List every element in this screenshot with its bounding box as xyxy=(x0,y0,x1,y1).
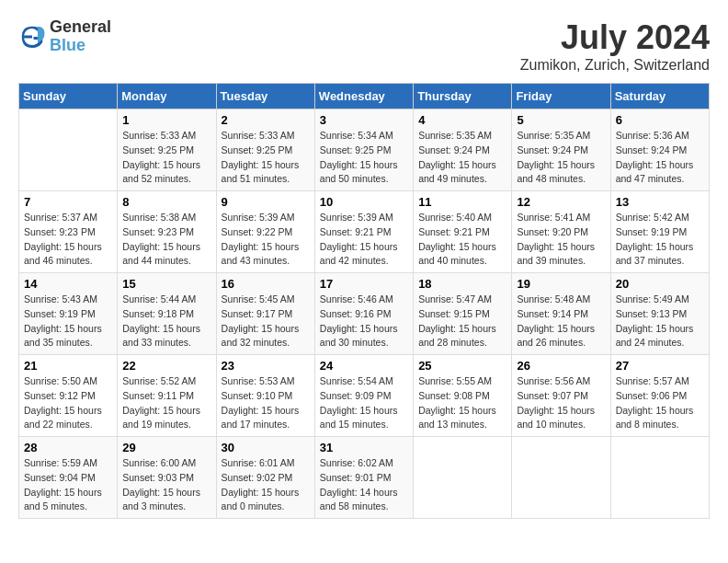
day-info: Sunrise: 5:43 AMSunset: 9:19 PMDaylight:… xyxy=(24,293,102,348)
day-number: 6 xyxy=(616,113,704,127)
calendar-cell xyxy=(610,437,709,519)
logo: General Blue xyxy=(18,18,111,55)
calendar-cell: 16 Sunrise: 5:45 AMSunset: 9:17 PMDaylig… xyxy=(216,273,314,355)
calendar-cell: 30 Sunrise: 6:01 AMSunset: 9:02 PMDaylig… xyxy=(216,437,314,519)
day-info: Sunrise: 5:53 AMSunset: 9:10 PMDaylight:… xyxy=(222,375,300,430)
day-info: Sunrise: 5:59 AMSunset: 9:04 PMDaylight:… xyxy=(24,457,102,511)
day-number: 16 xyxy=(222,277,310,291)
day-number: 12 xyxy=(517,195,605,209)
calendar-cell: 28 Sunrise: 5:59 AMSunset: 9:04 PMDaylig… xyxy=(19,437,118,519)
day-info: Sunrise: 5:35 AMSunset: 9:24 PMDaylight:… xyxy=(418,130,496,184)
logo-text: General Blue xyxy=(50,18,111,55)
day-number: 4 xyxy=(418,113,506,127)
weekday-header: Monday xyxy=(118,84,216,109)
calendar-cell: 1 Sunrise: 5:33 AMSunset: 9:25 PMDayligh… xyxy=(118,109,216,191)
title-block: July 2024 Zumikon, Zurich, Switzerland xyxy=(520,18,710,74)
calendar-cell: 8 Sunrise: 5:38 AMSunset: 9:23 PMDayligh… xyxy=(118,191,216,273)
day-number: 5 xyxy=(517,113,605,127)
day-info: Sunrise: 5:45 AMSunset: 9:17 PMDaylight:… xyxy=(222,293,300,348)
calendar-cell: 12 Sunrise: 5:41 AMSunset: 9:20 PMDaylig… xyxy=(512,191,610,273)
location: Zumikon, Zurich, Switzerland xyxy=(520,57,710,74)
calendar-cell: 4 Sunrise: 5:35 AMSunset: 9:24 PMDayligh… xyxy=(414,109,512,191)
calendar-cell: 14 Sunrise: 5:43 AMSunset: 9:19 PMDaylig… xyxy=(19,273,118,355)
calendar-week-row: 21 Sunrise: 5:50 AMSunset: 9:12 PMDaylig… xyxy=(19,355,710,437)
calendar-cell: 19 Sunrise: 5:48 AMSunset: 9:14 PMDaylig… xyxy=(512,273,610,355)
calendar-week-row: 1 Sunrise: 5:33 AMSunset: 9:25 PMDayligh… xyxy=(19,109,710,191)
day-number: 3 xyxy=(320,113,408,127)
calendar-cell: 13 Sunrise: 5:42 AMSunset: 9:19 PMDaylig… xyxy=(610,191,709,273)
day-info: Sunrise: 5:37 AMSunset: 9:23 PMDaylight:… xyxy=(24,212,102,266)
calendar-week-row: 28 Sunrise: 5:59 AMSunset: 9:04 PMDaylig… xyxy=(19,437,710,519)
calendar-cell: 25 Sunrise: 5:55 AMSunset: 9:08 PMDaylig… xyxy=(414,355,512,437)
calendar-cell xyxy=(414,437,512,519)
day-info: Sunrise: 5:40 AMSunset: 9:21 PMDaylight:… xyxy=(418,212,496,266)
day-info: Sunrise: 6:01 AMSunset: 9:02 PMDaylight:… xyxy=(222,457,300,511)
day-number: 7 xyxy=(24,195,112,209)
day-info: Sunrise: 6:00 AMSunset: 9:03 PMDaylight:… xyxy=(122,457,200,511)
weekday-header: Friday xyxy=(512,84,610,109)
calendar-cell: 18 Sunrise: 5:47 AMSunset: 9:15 PMDaylig… xyxy=(414,273,512,355)
day-number: 11 xyxy=(418,195,506,209)
calendar-cell: 22 Sunrise: 5:52 AMSunset: 9:11 PMDaylig… xyxy=(118,355,216,437)
day-info: Sunrise: 5:36 AMSunset: 9:24 PMDaylight:… xyxy=(616,130,694,184)
day-info: Sunrise: 5:49 AMSunset: 9:13 PMDaylight:… xyxy=(616,293,694,348)
day-info: Sunrise: 5:47 AMSunset: 9:15 PMDaylight:… xyxy=(418,293,496,348)
day-info: Sunrise: 5:35 AMSunset: 9:24 PMDaylight:… xyxy=(517,130,595,184)
calendar-cell: 11 Sunrise: 5:40 AMSunset: 9:21 PMDaylig… xyxy=(414,191,512,273)
calendar-cell: 17 Sunrise: 5:46 AMSunset: 9:16 PMDaylig… xyxy=(314,273,413,355)
day-number: 1 xyxy=(122,113,210,127)
calendar-body: 1 Sunrise: 5:33 AMSunset: 9:25 PMDayligh… xyxy=(19,109,710,519)
calendar-header: SundayMondayTuesdayWednesdayThursdayFrid… xyxy=(19,84,710,109)
day-info: Sunrise: 5:42 AMSunset: 9:19 PMDaylight:… xyxy=(616,212,694,266)
weekday-header: Wednesday xyxy=(314,84,413,109)
day-number: 30 xyxy=(222,441,310,454)
weekday-header: Sunday xyxy=(19,84,118,109)
page-header: General Blue July 2024 Zumikon, Zurich, … xyxy=(18,18,710,74)
day-number: 29 xyxy=(122,441,210,454)
calendar-cell: 9 Sunrise: 5:39 AMSunset: 9:22 PMDayligh… xyxy=(216,191,314,273)
calendar-cell: 6 Sunrise: 5:36 AMSunset: 9:24 PMDayligh… xyxy=(610,109,709,191)
day-info: Sunrise: 5:48 AMSunset: 9:14 PMDaylight:… xyxy=(517,293,595,348)
day-number: 26 xyxy=(517,359,605,373)
day-number: 20 xyxy=(616,277,704,291)
day-info: Sunrise: 5:57 AMSunset: 9:06 PMDaylight:… xyxy=(616,375,694,430)
calendar-cell: 3 Sunrise: 5:34 AMSunset: 9:25 PMDayligh… xyxy=(314,109,413,191)
day-number: 21 xyxy=(24,359,112,373)
day-number: 25 xyxy=(418,359,506,373)
calendar-cell: 20 Sunrise: 5:49 AMSunset: 9:13 PMDaylig… xyxy=(610,273,709,355)
day-number: 31 xyxy=(320,441,408,454)
calendar-cell: 26 Sunrise: 5:56 AMSunset: 9:07 PMDaylig… xyxy=(512,355,610,437)
day-number: 9 xyxy=(222,195,310,209)
day-info: Sunrise: 5:56 AMSunset: 9:07 PMDaylight:… xyxy=(517,375,595,430)
calendar-cell: 23 Sunrise: 5:53 AMSunset: 9:10 PMDaylig… xyxy=(216,355,314,437)
header-row: SundayMondayTuesdayWednesdayThursdayFrid… xyxy=(19,84,710,109)
day-info: Sunrise: 5:34 AMSunset: 9:25 PMDaylight:… xyxy=(320,130,398,184)
logo-icon xyxy=(18,23,46,51)
day-number: 27 xyxy=(616,359,704,373)
day-info: Sunrise: 6:02 AMSunset: 9:01 PMDaylight:… xyxy=(320,457,398,511)
weekday-header: Tuesday xyxy=(216,84,314,109)
day-info: Sunrise: 5:52 AMSunset: 9:11 PMDaylight:… xyxy=(122,375,200,430)
calendar-cell: 7 Sunrise: 5:37 AMSunset: 9:23 PMDayligh… xyxy=(19,191,118,273)
calendar-cell: 27 Sunrise: 5:57 AMSunset: 9:06 PMDaylig… xyxy=(610,355,709,437)
calendar-cell: 29 Sunrise: 6:00 AMSunset: 9:03 PMDaylig… xyxy=(118,437,216,519)
calendar-cell: 2 Sunrise: 5:33 AMSunset: 9:25 PMDayligh… xyxy=(216,109,314,191)
day-info: Sunrise: 5:46 AMSunset: 9:16 PMDaylight:… xyxy=(320,293,398,348)
calendar-week-row: 7 Sunrise: 5:37 AMSunset: 9:23 PMDayligh… xyxy=(19,191,710,273)
day-number: 19 xyxy=(517,277,605,291)
month-year: July 2024 xyxy=(520,18,710,57)
day-info: Sunrise: 5:39 AMSunset: 9:22 PMDaylight:… xyxy=(222,212,300,266)
day-number: 13 xyxy=(616,195,704,209)
calendar-week-row: 14 Sunrise: 5:43 AMSunset: 9:19 PMDaylig… xyxy=(19,273,710,355)
day-info: Sunrise: 5:50 AMSunset: 9:12 PMDaylight:… xyxy=(24,375,102,430)
day-number: 23 xyxy=(222,359,310,373)
weekday-header: Saturday xyxy=(610,84,709,109)
day-number: 15 xyxy=(122,277,210,291)
calendar-cell: 5 Sunrise: 5:35 AMSunset: 9:24 PMDayligh… xyxy=(512,109,610,191)
day-number: 28 xyxy=(24,441,112,454)
calendar-cell: 31 Sunrise: 6:02 AMSunset: 9:01 PMDaylig… xyxy=(314,437,413,519)
day-info: Sunrise: 5:39 AMSunset: 9:21 PMDaylight:… xyxy=(320,212,398,266)
day-info: Sunrise: 5:33 AMSunset: 9:25 PMDaylight:… xyxy=(122,130,200,184)
day-number: 18 xyxy=(418,277,506,291)
day-info: Sunrise: 5:55 AMSunset: 9:08 PMDaylight:… xyxy=(418,375,496,430)
